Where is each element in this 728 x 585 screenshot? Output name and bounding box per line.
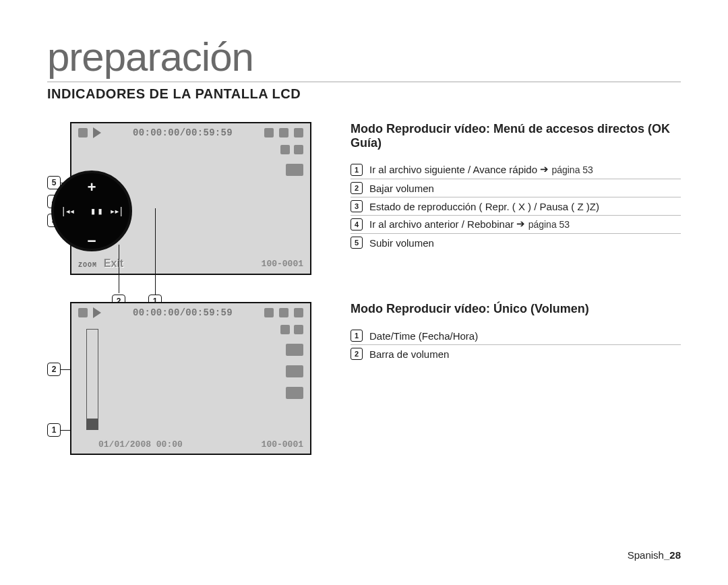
prev-icon: |◂◂ [61,206,73,217]
card-icon [264,128,274,137]
page-ref-arrow-icon: ➔ [516,218,525,230]
section-shortcut-menu: 5 4 3 00:00:00/00:59:59 + [47,122,681,275]
lock-icon [294,145,303,154]
time-counter: 00:00:00/00:59:59 [107,307,259,318]
legend-text: Subir volumen [369,237,434,249]
volume-bar [86,329,98,430]
scene-icon [286,164,303,176]
legend-row: 1 Date/Time (Fecha/Hora) [351,327,681,345]
remaining-icon [294,308,303,317]
lcd-illustration-2: 2 1 00:00:00/00:59:59 [47,302,310,455]
legend-text: Ir al archivo siguiente / Avance rápido … [369,164,593,176]
battery-icon [279,308,289,317]
page-title: preparación [47,34,681,82]
mode-title-2: Modo Reproducir vídeo: Único (Volumen) [351,302,681,316]
lcd-illustration-1: 5 4 3 00:00:00/00:59:59 + [47,122,310,275]
num-badge: 4 [351,218,363,230]
legend-1: Modo Reproducir vídeo: Menú de accesos d… [351,122,681,251]
next-icon: ▸▸| [110,206,123,217]
card-icon [264,308,274,317]
legend-2: Modo Reproducir vídeo: Único (Volumen) 1… [351,302,681,363]
legend-text: Barra de volumen [369,348,449,360]
pause-icon: ▮▮ [90,206,104,217]
volume-down-icon: – [54,237,129,245]
control-wheel: + |◂◂ ▮▮ ▸▸| – [51,171,132,251]
num-badge: 1 [351,330,363,342]
lock-icon [294,325,303,334]
play-icon [93,127,101,138]
file-id: 100-0001 [262,439,303,450]
legend-row: 1 Ir al archivo siguiente / Avance rápid… [351,161,681,179]
legend-text: Date/Time (Fecha/Hora) [369,330,478,342]
page-ref-arrow-icon: ➔ [540,163,549,175]
file-id: 100-0001 [262,259,303,269]
num-badge: 2 [351,348,363,360]
time-counter: 00:00:00/00:59:59 [107,127,259,138]
legend-row: 2 Barra de volumen [351,345,681,363]
legend-text: Ir al archivo anterior / Rebobinar ➔ pág… [369,218,570,230]
legend-row: 3 Estado de reproducción ( Repr. ( X ) /… [351,197,681,216]
effect-icon [286,365,303,377]
num-badge: 1 [351,164,363,176]
section-single-volume: 2 1 00:00:00/00:59:59 [47,302,681,455]
page-subtitle: INDICADORES DE LA PANTALLA LCD [47,86,681,102]
scene-icon [286,344,303,356]
mode-title-1: Modo Reproducir vídeo: Menú de accesos d… [351,122,681,150]
num-badge: 2 [351,182,363,194]
exit-label: Exit [104,257,123,269]
num-badge: 3 [351,200,363,212]
play-icon [93,307,101,318]
storage-icon [78,128,88,137]
storage-icon [78,308,88,317]
image-icon [280,145,290,154]
legend-text: Bajar volumen [369,183,434,194]
volume-up-icon: + [54,180,129,197]
page-footer: Spanish_28 [628,549,681,561]
wide-icon [286,387,303,399]
legend-row: 2 Bajar volumen [351,179,681,197]
callout-2b: 2 [47,363,61,376]
legend-row: 5 Subir volumen [351,234,681,251]
image-icon [280,325,290,334]
num-badge: 5 [351,237,363,249]
callout-1b: 1 [47,423,61,437]
legend-text: Estado de reproducción ( Repr. ( X ) / P… [369,201,599,212]
remaining-icon [294,128,303,137]
legend-row: 4 Ir al archivo anterior / Rebobinar ➔ p… [351,216,681,234]
battery-icon [279,128,289,137]
zoom-label: ZOOM [78,261,97,269]
